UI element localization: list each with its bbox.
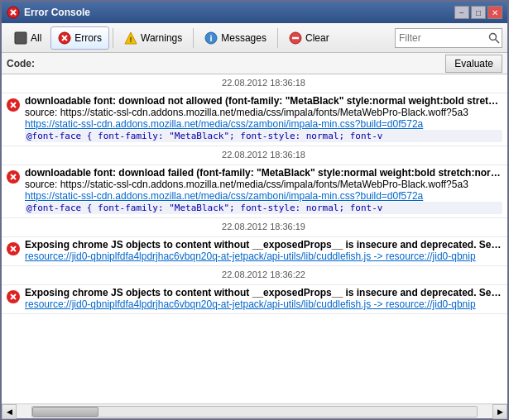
errors-label: Errors: [74, 32, 102, 44]
filter-box: [395, 28, 502, 48]
code-bar: Code: Evaluate: [2, 53, 507, 74]
errors-button[interactable]: Errors: [50, 26, 109, 50]
timestamp: 22.08.2012 18:36:19: [25, 222, 502, 231]
error-icon: [7, 242, 20, 255]
table-row: 22.08.2012 18:36:22: [2, 266, 507, 285]
error-icon: [7, 170, 20, 184]
scroll-left-button[interactable]: ◀: [2, 404, 17, 419]
code-label: Code:: [7, 58, 41, 69]
warnings-button[interactable]: ! Warnings: [117, 26, 190, 50]
toolbar: All Errors ! Warnings: [2, 23, 507, 53]
table-row: 22.08.2012 18:36:19: [2, 218, 507, 237]
window-icon: [7, 6, 20, 19]
horizontal-scrollbar: ◀ ▶: [2, 403, 507, 418]
separator-3: [277, 28, 278, 48]
error-code: @font-face { font-family: "MetaBlack"; f…: [25, 202, 502, 214]
warnings-icon: !: [124, 31, 137, 45]
all-label: All: [31, 32, 41, 44]
table-row: Exposing chrome JS objects to content wi…: [2, 237, 507, 266]
table-row: Exposing chrome JS objects to content wi…: [2, 285, 507, 314]
error-icon: [7, 98, 20, 112]
title-bar: Error Console − □ ✕: [2, 2, 507, 23]
timestamp: 22.08.2012 18:36:18: [25, 150, 502, 160]
messages-button[interactable]: i Messages: [197, 26, 274, 50]
table-row: 22.08.2012 18:36:18: [2, 74, 507, 93]
restore-button[interactable]: □: [471, 6, 486, 19]
svg-point-13: [490, 33, 497, 40]
separator-1: [113, 28, 113, 48]
warnings-label: Warnings: [141, 32, 182, 44]
title-bar-left: Error Console: [7, 6, 90, 19]
svg-rect-3: [15, 32, 26, 44]
window-controls: − □ ✕: [454, 6, 502, 19]
error-link[interactable]: resource://jid0-qbniplfdfa4lpdrjhac6vbqn…: [25, 251, 502, 262]
error-code: @font-face { font-family: "MetaBlack"; f…: [25, 130, 502, 142]
errors-icon: [58, 31, 71, 45]
error-message: downloadable font: download failed (font…: [25, 167, 502, 179]
error-message: downloadable font: download not allowed …: [25, 95, 502, 107]
error-console-window: Error Console − □ ✕ All: [0, 0, 509, 420]
table-row: downloadable font: download not allowed …: [2, 93, 507, 146]
timestamp: 22.08.2012 18:36:18: [25, 78, 502, 88]
separator-2: [193, 28, 194, 48]
window-title: Error Console: [24, 7, 90, 18]
clear-icon: [289, 31, 302, 45]
code-input[interactable]: [41, 53, 445, 74]
table-row: 22.08.2012 18:36:18: [2, 146, 507, 165]
all-icon: [14, 31, 27, 45]
error-link[interactable]: https://static-ssl-cdn.addons.mozilla.ne…: [25, 118, 502, 130]
table-row: downloadable font: download failed (font…: [2, 165, 507, 218]
close-button[interactable]: ✕: [487, 6, 502, 19]
error-message: Exposing chrome JS objects to content wi…: [25, 239, 502, 251]
evaluate-button[interactable]: Evaluate: [445, 55, 502, 73]
all-button[interactable]: All: [7, 26, 49, 50]
error-source: source: https://static-ssl-cdn.addons.mo…: [25, 179, 502, 190]
clear-button[interactable]: Clear: [281, 26, 337, 50]
scroll-right-button[interactable]: ▶: [492, 404, 507, 419]
error-message: Exposing chrome JS objects to content wi…: [25, 287, 502, 298]
error-link[interactable]: resource://jid0-qbniplfdfa4lpdrjhac6vbqn…: [25, 298, 502, 310]
timestamp: 22.08.2012 18:36:22: [25, 270, 502, 279]
scroll-track[interactable]: [31, 406, 478, 418]
minimize-button[interactable]: −: [454, 6, 469, 19]
error-link[interactable]: https://static-ssl-cdn.addons.mozilla.ne…: [25, 190, 502, 202]
svg-line-14: [496, 39, 500, 43]
svg-text:i: i: [210, 33, 213, 43]
error-source: source: https://static-ssl-cdn.addons.mo…: [25, 107, 502, 118]
clear-label: Clear: [305, 32, 329, 44]
scroll-thumb[interactable]: [32, 407, 98, 417]
error-list: 22.08.2012 18:36:18 downloadable font: d…: [2, 74, 507, 403]
messages-label: Messages: [221, 32, 267, 44]
search-icon: [487, 31, 502, 45]
filter-input[interactable]: [396, 31, 487, 45]
messages-icon: i: [204, 31, 218, 45]
svg-text:!: !: [130, 36, 132, 44]
error-icon: [7, 290, 20, 303]
